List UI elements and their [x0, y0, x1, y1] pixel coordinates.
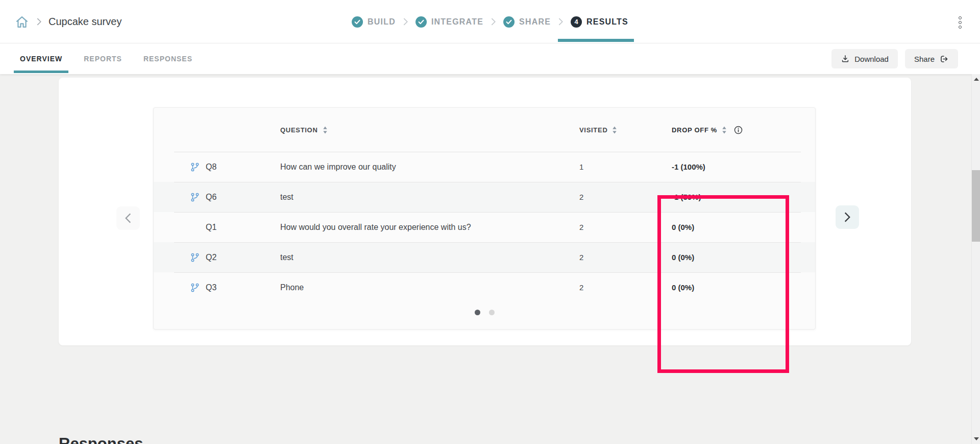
question-id: Q2 [206, 253, 280, 262]
column-header-dropoff: DROP OFF % [672, 126, 815, 134]
check-circle-icon [415, 16, 427, 28]
question-id: Q8 [206, 162, 280, 172]
table-row[interactable]: Q2test20 (0%) [154, 242, 815, 272]
column-label: VISITED [579, 126, 607, 134]
question-id: Q3 [206, 283, 280, 292]
vertical-scrollbar [971, 74, 980, 444]
table-row[interactable]: Q6test2-1 (50%) [154, 182, 815, 212]
visited-count: 2 [579, 283, 672, 292]
download-label: Download [854, 55, 889, 63]
chevron-right-icon [558, 18, 563, 26]
step-integrate[interactable]: INTEGRATE [415, 16, 483, 28]
main-content: QUESTION VISITED DROP OFF % [0, 74, 980, 444]
table-header-row: QUESTION VISITED DROP OFF % [154, 108, 815, 152]
tab-overview[interactable]: OVERVIEW [14, 43, 68, 74]
scrollbar-thumb[interactable] [972, 170, 980, 242]
column-label: QUESTION [280, 126, 318, 134]
column-label: DROP OFF % [672, 126, 717, 134]
table-row[interactable]: Q1How would you overall rate your experi… [154, 212, 815, 242]
download-icon [841, 54, 850, 63]
column-header-question: QUESTION [280, 126, 579, 134]
check-circle-icon [352, 16, 363, 28]
step-number-badge: 4 [571, 16, 582, 28]
sort-icon[interactable] [612, 126, 617, 134]
download-button[interactable]: Download [831, 49, 898, 68]
step-label: INTEGRATE [431, 17, 483, 27]
share-export-icon [939, 54, 949, 64]
table-row[interactable]: Q3Phone20 (0%) [154, 272, 815, 302]
step-label: BUILD [368, 17, 396, 27]
scroll-down-arrow[interactable] [972, 435, 980, 443]
breadcrumb: Cupcake survey [14, 0, 121, 43]
logic-branch-icon [154, 283, 206, 292]
table-row[interactable]: Q8How can we improve our quality1-1 (100… [154, 152, 815, 182]
question-text: How would you overall rate your experien… [280, 223, 579, 232]
logic-branch-icon [154, 193, 206, 202]
step-results[interactable]: 4 RESULTS [571, 16, 628, 28]
tabs: OVERVIEW REPORTS RESPONSES [14, 43, 208, 74]
dropoff-value: 0 (0%) [672, 283, 815, 292]
pagination-dot[interactable] [489, 310, 495, 315]
tab-bar: OVERVIEW REPORTS RESPONSES Download Shar… [0, 43, 980, 74]
sort-icon[interactable] [323, 126, 328, 134]
question-summary-panel: QUESTION VISITED DROP OFF % [59, 78, 911, 345]
question-table-card: QUESTION VISITED DROP OFF % [153, 107, 816, 330]
visited-count: 1 [579, 162, 672, 171]
sort-icon[interactable] [722, 126, 727, 134]
check-circle-icon [503, 16, 514, 28]
question-text: test [280, 253, 579, 262]
dropoff-value: 0 (0%) [672, 253, 815, 262]
dropoff-value: -1 (50%) [672, 193, 815, 201]
pagination-dot[interactable] [475, 310, 480, 315]
dropoff-value: 0 (0%) [672, 223, 815, 231]
scroll-up-arrow[interactable] [972, 75, 980, 83]
tab-actions: Download Share [831, 49, 958, 68]
share-button[interactable]: Share [905, 49, 958, 68]
tab-responses[interactable]: RESPONSES [137, 43, 199, 74]
table-body: Q8How can we improve our quality1-1 (100… [154, 152, 815, 302]
chevron-right-icon [491, 18, 496, 26]
logic-branch-icon [154, 162, 206, 172]
survey-title: Cupcake survey [48, 16, 121, 28]
next-page-button[interactable] [836, 205, 859, 229]
step-build[interactable]: BUILD [352, 16, 396, 28]
pagination [154, 310, 815, 315]
app-root: Cupcake survey BUILD INTEGRATE [0, 0, 980, 444]
home-icon[interactable] [14, 14, 30, 30]
question-id: Q6 [206, 193, 280, 202]
tab-reports[interactable]: REPORTS [78, 43, 128, 74]
top-header: Cupcake survey BUILD INTEGRATE [0, 0, 980, 43]
logic-branch-icon [154, 253, 206, 262]
visited-count: 2 [579, 193, 672, 201]
kebab-menu-icon[interactable] [958, 15, 963, 30]
prev-page-button[interactable] [116, 206, 140, 230]
share-label: Share [914, 55, 935, 63]
question-text: Phone [280, 283, 579, 292]
chevron-right-icon [403, 18, 408, 26]
visited-count: 2 [579, 253, 672, 262]
responses-heading: Responses [59, 435, 143, 444]
question-text: test [280, 193, 579, 202]
step-share[interactable]: SHARE [503, 16, 551, 28]
question-id: Q1 [206, 223, 280, 232]
step-label: RESULTS [586, 17, 628, 27]
visited-count: 2 [579, 223, 672, 231]
info-icon[interactable] [734, 126, 743, 134]
chevron-right-icon [37, 18, 41, 26]
column-header-visited: VISITED [579, 126, 672, 134]
workflow-steps: BUILD INTEGRATE SHARE 4 RESULTS [352, 0, 628, 43]
active-step-underline [558, 39, 634, 42]
question-text: How can we improve our quality [280, 162, 579, 172]
step-label: SHARE [519, 17, 551, 27]
dropoff-value: -1 (100%) [672, 162, 815, 171]
